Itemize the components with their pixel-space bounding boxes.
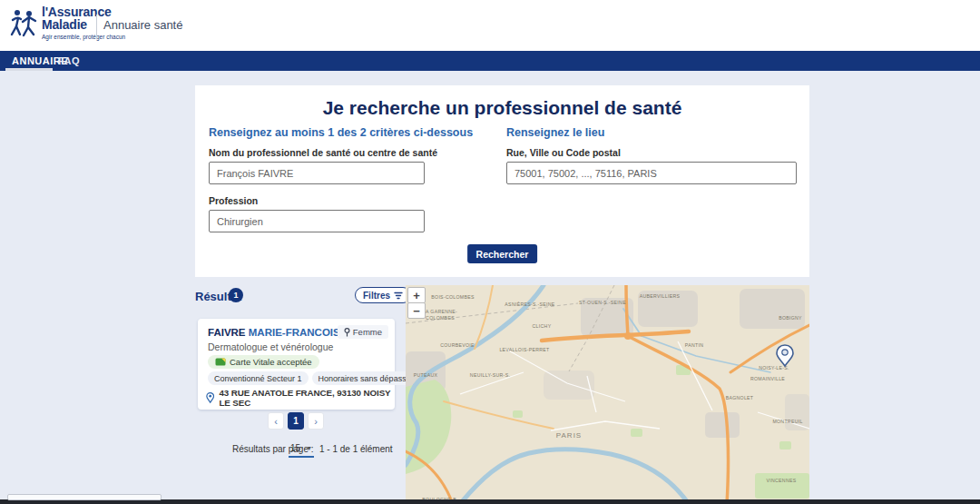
search-title: Je recherche un professionnel de santé bbox=[195, 97, 809, 119]
pagination: ‹ 1 › bbox=[268, 412, 324, 430]
filter-icon bbox=[394, 292, 403, 300]
map-label: LEVALLOIS-PERRET bbox=[499, 347, 550, 352]
map-label: LA GARENNE- bbox=[423, 309, 457, 314]
criteria-heading: Renseignez au moins 1 des 2 critères ci-… bbox=[209, 126, 473, 139]
map-zoom-controls: + − bbox=[407, 287, 426, 319]
app-header: l'Assurance Maladie Agir ensemble, proté… bbox=[0, 0, 980, 51]
brand-tagline: Agir ensemble, protéger chacun bbox=[42, 34, 125, 40]
search-panel: Je recherche un professionnel de santé R… bbox=[195, 85, 809, 277]
map-label: VINCENNES bbox=[767, 478, 797, 483]
map-label: CLICHY bbox=[533, 323, 552, 329]
result-card[interactable]: FAIVRE MARIE-FRANCOISE Femme Dermatologu… bbox=[198, 319, 395, 410]
pagination-prev-button[interactable]: ‹ bbox=[268, 412, 284, 430]
map-zoom-out-button[interactable]: − bbox=[407, 302, 426, 319]
header-divider bbox=[96, 15, 97, 38]
profession-input[interactable] bbox=[209, 210, 425, 232]
map-label: PANTIN bbox=[685, 342, 703, 348]
gender-icon bbox=[344, 328, 350, 337]
gender-badge: Femme bbox=[338, 325, 388, 339]
map-zoom-in-button[interactable]: + bbox=[407, 287, 426, 303]
logo-figures-icon bbox=[7, 5, 38, 42]
map-label: MONTREUIL bbox=[772, 419, 802, 424]
map-label: COURBEVOIE bbox=[440, 342, 475, 348]
location-field-label: Rue, Ville ou Code postal bbox=[506, 147, 621, 158]
results-count-badge: 1 bbox=[229, 288, 243, 302]
per-page-value: 15 bbox=[290, 443, 300, 453]
brand-line1: l'Assurance bbox=[42, 5, 125, 18]
map-label: PUTEAUX bbox=[414, 372, 438, 378]
chevron-down-icon: ▼ bbox=[306, 445, 312, 451]
tag-pill: Conventionné Secteur 1 bbox=[208, 371, 309, 385]
carte-vitale-badge: Carte Vitale acceptée bbox=[208, 355, 319, 369]
map-canvas: BOIS-COLOMBESLA GARENNE-COLOMBESASNIÈRES… bbox=[406, 285, 809, 504]
map-label: ASNIÈRES-S.-SEINE bbox=[505, 301, 554, 307]
map-label: BAGNOLET bbox=[726, 395, 754, 400]
name-input[interactable] bbox=[209, 162, 425, 184]
main-navbar: ANNUAIRE FAQ bbox=[0, 51, 980, 71]
nav-tab-faq[interactable]: FAQ bbox=[58, 55, 80, 66]
horizontal-scrollbar-thumb[interactable] bbox=[7, 494, 162, 500]
results-range-text: 1 - 1 de 1 élément bbox=[319, 444, 393, 454]
filters-button[interactable]: Filtres bbox=[355, 287, 411, 303]
map-label: NEUILLY-SUR-S. bbox=[470, 372, 510, 378]
practitioner-address: 43 RUE ANATOLE FRANCE, 93130 NOISY LE SE… bbox=[219, 388, 395, 408]
map-label: PARIS bbox=[556, 431, 582, 440]
map-label: BOBIGNY bbox=[779, 315, 802, 321]
practitioner-last-name: FAIVRE bbox=[208, 327, 246, 338]
carte-vitale-icon bbox=[215, 358, 226, 366]
location-heading: Renseignez le lieu bbox=[506, 126, 604, 139]
location-input[interactable] bbox=[506, 162, 797, 184]
carte-vitale-label: Carte Vitale acceptée bbox=[230, 357, 312, 367]
practitioner-name[interactable]: FAIVRE MARIE-FRANCOISE bbox=[208, 327, 347, 338]
search-button[interactable]: Rechercher bbox=[467, 244, 538, 263]
map-label: ROMAINVILLE bbox=[750, 376, 785, 381]
name-field-label: Nom du professionnel de santé ou centre … bbox=[209, 147, 437, 158]
app-title: Annuaire santé bbox=[103, 18, 182, 32]
pagination-page-1[interactable]: 1 bbox=[288, 412, 304, 430]
per-page-select[interactable]: 15 ▼ bbox=[289, 442, 314, 458]
map-label: COLOMBES bbox=[426, 315, 455, 321]
gender-badge-label: Femme bbox=[353, 327, 382, 337]
profession-field-label: Profession bbox=[209, 195, 258, 206]
practitioner-specialty: Dermatologue et vénérologue bbox=[208, 341, 333, 352]
pagination-next-button[interactable]: › bbox=[308, 412, 324, 430]
nav-active-underline bbox=[5, 68, 53, 71]
location-pin-icon bbox=[206, 391, 214, 404]
address-row: 43 RUE ANATOLE FRANCE, 93130 NOISY LE SE… bbox=[206, 388, 395, 408]
filters-button-label: Filtres bbox=[363, 291, 390, 301]
map-label: ST-OUEN-S.-SEINE bbox=[579, 300, 626, 305]
practitioner-first-name: MARIE-FRANCOISE bbox=[249, 327, 348, 338]
map-label: BOIS-COLOMBES bbox=[431, 294, 475, 300]
map[interactable]: BOIS-COLOMBESLA GARENNE-COLOMBESASNIÈRES… bbox=[406, 285, 809, 504]
map-label: AUBERVILLIERS bbox=[640, 293, 681, 299]
